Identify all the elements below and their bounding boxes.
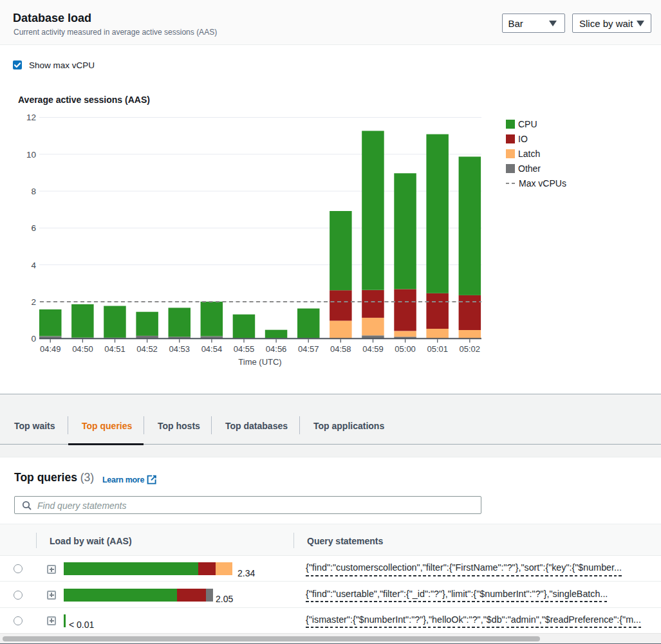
svg-text:04:56: 04:56: [266, 344, 287, 354]
svg-text:04:52: 04:52: [136, 344, 158, 354]
svg-text:Time (UTC): Time (UTC): [238, 357, 281, 367]
svg-text:04:50: 04:50: [72, 344, 93, 354]
svg-text:6: 6: [31, 223, 36, 233]
svg-text:04:57: 04:57: [298, 344, 319, 354]
svg-text:05:01: 05:01: [427, 344, 448, 354]
svg-text:04:51: 04:51: [104, 344, 126, 354]
svg-text:4: 4: [31, 261, 36, 270]
svg-text:04:53: 04:53: [169, 344, 190, 354]
svg-text:2: 2: [31, 297, 36, 307]
svg-text:04:55: 04:55: [234, 344, 255, 354]
svg-text:05:00: 05:00: [395, 344, 416, 354]
svg-text:12: 12: [26, 113, 36, 122]
svg-text:05:02: 05:02: [460, 344, 481, 354]
svg-text:0: 0: [31, 334, 36, 344]
svg-text:04:54: 04:54: [201, 344, 223, 354]
svg-text:04:59: 04:59: [362, 344, 384, 354]
svg-text:04:58: 04:58: [330, 344, 351, 354]
svg-text:10: 10: [26, 150, 36, 160]
svg-text:04:49: 04:49: [40, 344, 61, 354]
svg-text:8: 8: [31, 187, 36, 196]
